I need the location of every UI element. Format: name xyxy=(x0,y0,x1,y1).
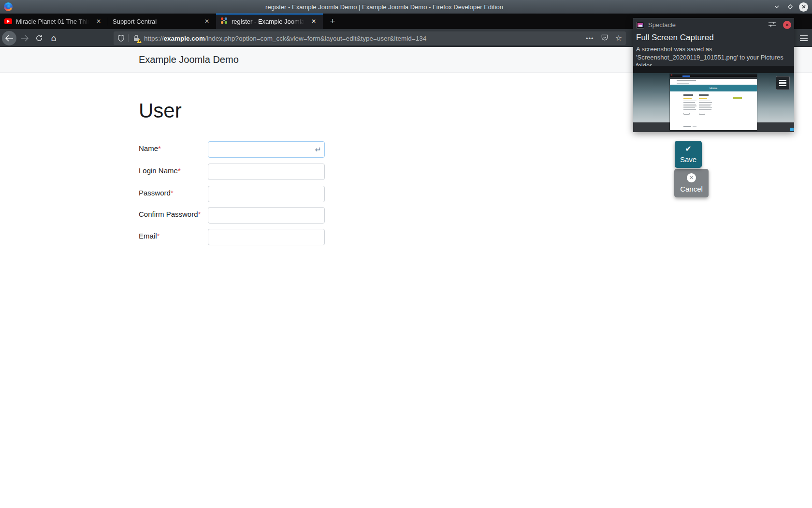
close-icon xyxy=(801,4,806,9)
password-input[interactable] xyxy=(208,186,325,202)
form-row-email: Email* xyxy=(139,229,325,245)
tab-close-button[interactable]: ✕ xyxy=(94,16,103,26)
tracking-protection-shield-icon xyxy=(117,34,125,42)
page-actions-button[interactable]: ••• xyxy=(586,35,594,42)
field-label: Login Name* xyxy=(139,164,208,180)
cancel-circle-x-icon: ✕ xyxy=(687,173,696,182)
url-text[interactable]: https://example.com/index.php?option=com… xyxy=(144,35,582,42)
home-icon: ⌂ xyxy=(51,34,56,43)
field-label: Confirm Password* xyxy=(139,207,208,224)
resize-corner-handle[interactable] xyxy=(790,128,794,131)
sliders-icon xyxy=(768,21,776,28)
window-titlebar[interactable]: register - Example Joomla Demo | Example… xyxy=(0,0,812,14)
save-button[interactable]: ✔ Save xyxy=(675,141,702,168)
tab-support-central[interactable]: Support Central ✕ xyxy=(108,14,216,29)
diamond-icon xyxy=(787,3,794,10)
url-bar[interactable]: https://example.com/index.php?option=com… xyxy=(114,31,626,45)
field-label: Email* xyxy=(139,229,208,245)
name-input[interactable] xyxy=(208,141,325,158)
tab-label: Support Central xyxy=(113,18,199,25)
screenshot-preview-area: Home xyxy=(633,66,794,132)
cancel-button[interactable]: ✕ Cancel xyxy=(674,169,709,197)
urlbar-divider xyxy=(128,34,129,42)
forward-arrow-icon xyxy=(20,35,29,42)
thumbnail-nav-band: Home xyxy=(670,85,757,91)
pocket-button[interactable] xyxy=(601,34,609,43)
notification-title: Full Screen Captured xyxy=(636,33,791,43)
check-icon: ✔ xyxy=(685,145,691,153)
reload-icon xyxy=(35,34,43,42)
bookmark-star-icon[interactable]: ☆ xyxy=(615,34,622,42)
required-asterisk: * xyxy=(178,166,181,175)
tab-label: Miracle Planet 01 The Thir xyxy=(16,18,91,25)
tab-label: register - Example Joomla xyxy=(232,18,306,25)
form-row-login-name: Login Name* xyxy=(139,164,325,180)
required-asterisk: * xyxy=(198,210,201,218)
required-asterisk: * xyxy=(158,144,161,152)
save-label: Save xyxy=(680,155,696,164)
app-menu-button[interactable] xyxy=(798,33,810,43)
back-arrow-icon xyxy=(5,35,14,42)
thumbnail-green-button xyxy=(733,97,742,99)
chevron-down-icon xyxy=(773,3,780,10)
url-domain: example.com xyxy=(164,35,205,42)
email-input[interactable] xyxy=(208,229,325,245)
reload-button[interactable] xyxy=(32,31,46,45)
notification-app-name: Spectacle xyxy=(648,21,768,29)
page-title: User xyxy=(139,99,182,122)
spectacle-app-icon xyxy=(636,22,644,29)
new-tab-button[interactable]: + xyxy=(325,15,340,28)
form-row-password: Password* xyxy=(139,186,325,202)
screenshot-thumbnail[interactable]: Home xyxy=(670,74,757,130)
field-label: Password* xyxy=(139,186,208,202)
lock-icon[interactable] xyxy=(132,34,140,42)
tab-close-button[interactable]: ✕ xyxy=(309,16,319,26)
tab-close-button[interactable]: ✕ xyxy=(202,16,212,26)
cancel-label: Cancel xyxy=(680,185,703,193)
login-name-input[interactable] xyxy=(208,164,325,180)
notification-header: Spectacle ✕ xyxy=(633,18,794,30)
thumbnail-menu-button[interactable] xyxy=(776,76,790,90)
window-title: register - Example Joomla Demo | Example… xyxy=(0,3,812,11)
home-button[interactable]: ⌂ xyxy=(46,31,61,45)
joomla-icon xyxy=(220,17,228,26)
pocket-icon xyxy=(601,34,609,41)
back-button[interactable] xyxy=(2,31,16,45)
required-asterisk: * xyxy=(171,189,174,197)
maximize-button[interactable] xyxy=(785,2,795,12)
field-label: Name* xyxy=(139,141,208,158)
tab-miracle-planet[interactable]: Miracle Planet 01 The Thir ✕ xyxy=(0,14,108,29)
minimize-button[interactable] xyxy=(772,2,781,12)
screen: register - Example Joomla Demo | Example… xyxy=(0,0,812,508)
form-row-name: Name* ↵ xyxy=(139,141,325,158)
hamburger-icon xyxy=(800,35,808,36)
notification-configure-button[interactable] xyxy=(768,21,776,30)
confirm-password-input[interactable] xyxy=(208,207,325,224)
spectacle-notification: Spectacle ✕ Full Screen Captured A scree… xyxy=(633,18,794,132)
notification-close-button[interactable]: ✕ xyxy=(783,21,791,29)
required-asterisk: * xyxy=(157,232,160,240)
form-row-confirm-password: Confirm Password* xyxy=(139,207,325,224)
tab-register-active[interactable]: register - Example Joomla ✕ xyxy=(216,14,323,29)
firefox-icon xyxy=(4,2,13,11)
window-close-button[interactable] xyxy=(799,2,808,12)
hamburger-icon xyxy=(779,80,786,81)
site-title[interactable]: Example Joomla Demo xyxy=(139,54,239,65)
forward-button[interactable] xyxy=(17,31,32,45)
youtube-icon xyxy=(4,18,12,24)
